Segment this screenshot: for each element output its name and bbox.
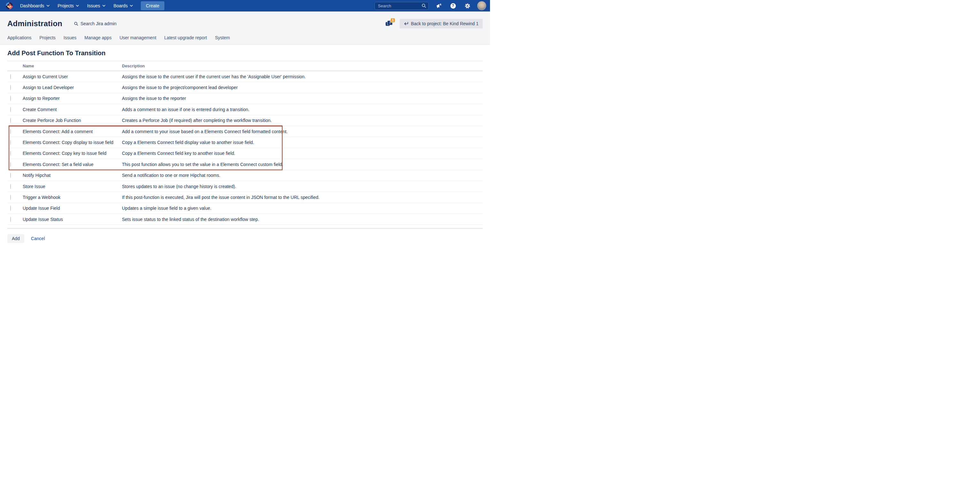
tab-issues[interactable]: Issues: [64, 35, 76, 40]
post-function-name: Assign to Lead Developer: [23, 85, 122, 90]
nav-menu-label: Boards: [114, 3, 128, 8]
announcements-icon[interactable]: [434, 1, 443, 10]
post-function-radio[interactable]: [10, 184, 11, 189]
post-function-name: Store Issue: [23, 184, 122, 189]
table-row: Update Issue FieldUpdates a simple issue…: [7, 203, 483, 214]
post-function-description: Stores updates to an issue (no change hi…: [122, 184, 483, 189]
radio-cell: [7, 85, 23, 90]
nav-menu-label: Issues: [87, 3, 100, 8]
cancel-link[interactable]: Cancel: [31, 236, 45, 241]
table-body: Assign to Current UserAssigns the issue …: [7, 71, 483, 225]
post-function-radio[interactable]: [10, 194, 11, 200]
admin-search[interactable]: Search Jira admin: [74, 21, 116, 26]
post-function-radio[interactable]: [10, 84, 11, 91]
post-function-name: Elements Connect: Copy display to issue …: [23, 140, 122, 145]
jira-logo-icon[interactable]: [5, 2, 13, 10]
post-function-description: Assigns the issue to the current user if…: [122, 74, 483, 79]
post-function-radio[interactable]: [10, 205, 11, 211]
back-arrow-icon: [404, 22, 408, 25]
radio-cell: [7, 173, 23, 178]
form-footer: Add Cancel: [7, 234, 483, 243]
admin-header-right: ! 1 Back to project: Be Kind Rewind 1: [386, 19, 483, 29]
add-button[interactable]: Add: [7, 234, 24, 243]
top-navbar: DashboardsProjectsIssuesBoards Create: [0, 0, 490, 11]
admin-search-label: Search Jira admin: [80, 21, 116, 26]
tab-user-management[interactable]: User management: [119, 35, 156, 40]
post-function-description: Copy a Elements Connect field key to ano…: [122, 151, 483, 156]
tab-manage-apps[interactable]: Manage apps: [84, 35, 112, 40]
search-icon[interactable]: [422, 3, 426, 9]
post-function-name: Update Issue Status: [23, 217, 122, 222]
table-row: Notify HipchatSend a notification to one…: [7, 170, 483, 181]
create-button[interactable]: Create: [141, 1, 164, 10]
tab-applications[interactable]: Applications: [7, 35, 32, 40]
radio-cell: [7, 129, 23, 134]
post-function-description: Send a notification to one or more Hipch…: [122, 173, 483, 178]
radio-cell: [7, 206, 23, 211]
post-function-name: Trigger a Webhook: [23, 195, 122, 200]
feedback-icon[interactable]: ! 1: [386, 19, 395, 28]
post-function-description: This post function allows you to set the…: [122, 162, 483, 167]
tab-system[interactable]: System: [215, 35, 230, 40]
radio-cell: [7, 96, 23, 101]
main-content: Add Post Function To Transition Name Des…: [0, 45, 490, 243]
back-to-project-button[interactable]: Back to project: Be Kind Rewind 1: [400, 19, 483, 29]
post-function-description: Copy a Elements Connect field display va…: [122, 140, 483, 145]
admin-header-top: Administration Search Jira admin ! 1: [7, 11, 483, 36]
post-function-radio[interactable]: [10, 74, 11, 80]
tab-projects[interactable]: Projects: [40, 35, 56, 40]
help-icon[interactable]: ?: [449, 1, 457, 10]
nav-search: [374, 2, 429, 10]
post-function-radio[interactable]: [10, 129, 11, 134]
radio-cell: [7, 184, 23, 189]
post-function-description: Creates a Perforce Job (if required) aft…: [122, 118, 483, 123]
admin-header: Administration Search Jira admin ! 1: [0, 11, 490, 45]
table-row: Assign to Current UserAssigns the issue …: [7, 71, 483, 82]
chevron-down-icon: [130, 5, 133, 7]
nav-search-input[interactable]: [374, 2, 429, 10]
nav-menu-issues[interactable]: Issues: [83, 0, 109, 11]
notification-badge: 1: [390, 18, 395, 23]
radio-cell: [7, 118, 23, 123]
chevron-down-icon: [47, 5, 49, 7]
radio-cell: [7, 140, 23, 145]
table-row: Elements Connect: Copy key to issue fiel…: [7, 148, 483, 159]
nav-menu-label: Projects: [58, 3, 74, 8]
post-function-name: Elements Connect: Set a field value: [23, 162, 122, 167]
post-function-radio[interactable]: [10, 172, 11, 178]
user-avatar[interactable]: [477, 1, 486, 10]
table-row: Elements Connect: Copy display to issue …: [7, 137, 483, 148]
post-function-name: Create Comment: [23, 107, 122, 112]
post-function-radio[interactable]: [10, 162, 11, 167]
radio-cell: [7, 217, 23, 222]
nav-menu-label: Dashboards: [20, 3, 45, 8]
post-function-description: Add a comment to your issue based on a E…: [122, 129, 483, 134]
post-function-name: Elements Connect: Copy key to issue fiel…: [23, 151, 122, 156]
nav-menu-boards[interactable]: Boards: [110, 0, 137, 11]
post-function-radio[interactable]: [10, 118, 11, 123]
table-row: Store IssueStores updates to an issue (n…: [7, 181, 483, 192]
post-function-radio[interactable]: [10, 216, 11, 222]
table-row: Create CommentAdds a comment to an issue…: [7, 104, 483, 115]
post-function-radio[interactable]: [10, 107, 11, 112]
nav-menu-projects[interactable]: Projects: [54, 0, 83, 11]
post-function-name: Assign to Current User: [23, 74, 122, 79]
post-function-name: Elements Connect: Add a comment: [23, 129, 122, 134]
radio-cell: [7, 151, 23, 156]
post-function-description: Sets issue status to the linked status o…: [122, 217, 483, 222]
chevron-down-icon: [102, 5, 105, 7]
section-title: Add Post Function To Transition: [7, 49, 483, 57]
search-icon: [74, 22, 78, 26]
post-function-description: Adds a comment to an issue if one is ent…: [122, 107, 483, 112]
table-row: Assign to Lead DeveloperAssigns the issu…: [7, 82, 483, 93]
post-function-description: Updates a simple issue field to a given …: [122, 206, 483, 211]
nav-menu-dashboards[interactable]: Dashboards: [16, 0, 54, 11]
tab-latest-upgrade-report[interactable]: Latest upgrade report: [164, 35, 207, 40]
post-function-radio[interactable]: [10, 95, 11, 101]
settings-gear-icon[interactable]: [463, 1, 472, 10]
post-function-radio[interactable]: [10, 140, 11, 145]
post-function-radio[interactable]: [10, 150, 11, 156]
post-functions-table: Name Description Assign to Current UserA…: [7, 61, 483, 225]
post-function-description: If this post-function is executed, Jira …: [122, 195, 483, 200]
table-row: Trigger a WebhookIf this post-function i…: [7, 192, 483, 203]
